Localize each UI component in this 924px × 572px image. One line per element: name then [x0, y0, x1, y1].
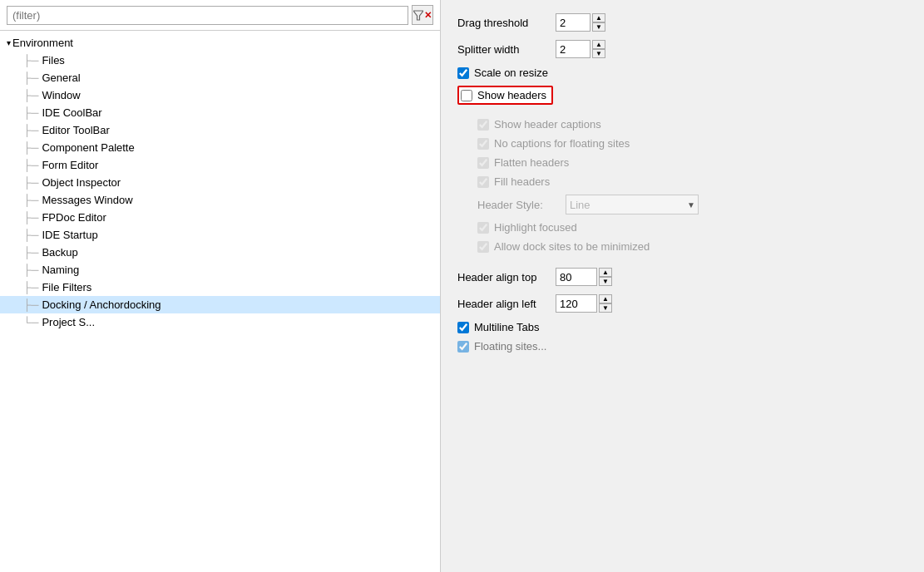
show-headers-label[interactable]: Show headers — [477, 89, 546, 101]
splitter-width-input[interactable]: 2 — [556, 40, 590, 58]
tree-item-files[interactable]: ├─ Files — [0, 52, 440, 69]
highlight-focused-row: Highlight focused — [477, 221, 907, 234]
highlight-focused-checkbox — [477, 222, 489, 234]
splitter-width-spinner-buttons: ▲ ▼ — [592, 40, 605, 58]
tree-item-file-filters[interactable]: ├─ File Filters — [0, 279, 440, 296]
header-align-left-spinner: 120 ▲ ▼ — [556, 294, 612, 313]
svg-marker-0 — [413, 11, 423, 20]
splitter-width-up[interactable]: ▲ — [592, 40, 605, 49]
multiline-tabs-row: Multiline Tabs — [457, 321, 907, 333]
scale-on-resize-row: Scale on resize — [457, 67, 907, 79]
tree-item-naming[interactable]: ├─ Naming — [0, 261, 440, 279]
tree-label-fpdoc-editor: FPDoc Editor — [42, 211, 106, 224]
floating-sites-row: Floating sites... — [457, 340, 907, 353]
show-headers-highlight-wrapper: Show headers — [457, 86, 907, 111]
tree-connector: ├─ — [23, 264, 38, 276]
tree-connector: ├─ — [23, 89, 38, 101]
tree-connector: ├─ — [23, 194, 38, 206]
tree-connector: ├─ — [23, 54, 38, 67]
clear-x-icon: ✕ — [424, 10, 432, 21]
drag-threshold-up[interactable]: ▲ — [592, 13, 605, 22]
right-panel: Drag threshold 2 ▲ ▼ Splitter width 2 ▲ … — [441, 0, 924, 572]
header-align-top-up[interactable]: ▲ — [599, 268, 612, 277]
header-align-left-down[interactable]: ▼ — [599, 303, 612, 313]
tree-item-ide-coolbar[interactable]: ├─ IDE CoolBar — [0, 104, 440, 121]
tree-item-ide-startup[interactable]: ├─ IDE Startup — [0, 226, 440, 244]
header-align-top-spinner: 80 ▲ ▼ — [556, 268, 612, 286]
tree-item-window[interactable]: ├─ Window — [0, 86, 440, 104]
tree-label-ide-startup: IDE Startup — [42, 229, 97, 241]
tree-label-form-editor: Form Editor — [42, 159, 98, 171]
tree-label-component-palette: Component Palette — [42, 141, 134, 154]
no-captions-floating-label: No captions for floating sites — [494, 137, 630, 150]
header-align-top-label: Header align top — [457, 271, 549, 284]
tree-item-docking[interactable]: ├─ Docking / Anchordocking — [0, 296, 440, 313]
filter-input[interactable] — [7, 6, 408, 25]
floating-sites-checkbox[interactable] — [457, 341, 469, 353]
tree-item-messages-window[interactable]: ├─ Messages Window — [0, 191, 440, 209]
header-style-row: Header Style: Line Flat 3D ▼ — [457, 195, 907, 214]
show-header-captions-label: Show header captions — [494, 118, 601, 131]
tree-connector: ├─ — [23, 211, 38, 224]
header-align-top-row: Header align top 80 ▲ ▼ — [457, 268, 907, 286]
flatten-headers-row: Flatten headers — [477, 156, 907, 169]
header-align-top-down[interactable]: ▼ — [599, 277, 612, 286]
header-align-top-input[interactable]: 80 — [556, 268, 597, 286]
fill-headers-row: Fill headers — [477, 175, 907, 188]
no-captions-floating-row: No captions for floating sites — [477, 137, 907, 150]
tree-connector: ├─ — [23, 159, 38, 171]
scale-on-resize-checkbox[interactable] — [457, 67, 469, 79]
tree-connector: ├─ — [23, 72, 38, 84]
tree-label-general: General — [42, 72, 80, 84]
tree-area[interactable]: ▾ Environment ├─ Files ├─ General ├─ Win… — [0, 31, 440, 572]
multiline-tabs-label[interactable]: Multiline Tabs — [474, 321, 540, 333]
tree-item-project-s[interactable]: └─ Project S... — [0, 313, 440, 331]
tree-item-general[interactable]: ├─ General — [0, 69, 440, 86]
funnel-svg — [413, 10, 423, 21]
header-align-left-up[interactable]: ▲ — [599, 294, 612, 303]
tree-connector: ├─ — [23, 124, 38, 136]
header-align-left-input[interactable]: 120 — [556, 294, 597, 313]
tree-connector: ├─ — [23, 281, 38, 293]
drag-threshold-spinner: 2 ▲ ▼ — [556, 13, 605, 32]
splitter-width-label: Splitter width — [457, 43, 549, 56]
tree-label-editor-toolbar: Editor ToolBar — [42, 124, 109, 136]
floating-sites-label[interactable]: Floating sites... — [474, 340, 546, 353]
splitter-width-down[interactable]: ▼ — [592, 49, 605, 58]
tree-item-backup[interactable]: ├─ Backup — [0, 244, 440, 261]
drag-threshold-input[interactable]: 2 — [556, 13, 590, 32]
tree-connector: ├─ — [23, 176, 38, 189]
tree-label-window: Window — [42, 89, 80, 101]
flatten-headers-checkbox — [477, 157, 489, 169]
tree-item-form-editor[interactable]: ├─ Form Editor — [0, 156, 440, 174]
allow-dock-sites-row: Allow dock sites to be minimized — [477, 240, 907, 253]
tree-item-fpdoc-editor[interactable]: ├─ FPDoc Editor — [0, 209, 440, 226]
filter-clear-button[interactable]: ✕ — [412, 5, 433, 25]
show-headers-checkbox[interactable] — [461, 90, 472, 101]
fill-headers-label: Fill headers — [494, 175, 550, 188]
flatten-headers-label: Flatten headers — [494, 156, 569, 169]
splitter-width-row: Splitter width 2 ▲ ▼ — [457, 40, 907, 58]
tree-item-environment[interactable]: ▾ Environment — [0, 34, 440, 52]
multiline-tabs-checkbox[interactable] — [457, 322, 469, 333]
tree-connector: ├─ — [23, 106, 38, 119]
tree-item-editor-toolbar[interactable]: ├─ Editor ToolBar — [0, 121, 440, 139]
filter-icon: ✕ — [413, 10, 432, 21]
tree-item-object-inspector[interactable]: ├─ Object Inspector — [0, 174, 440, 191]
scale-on-resize-label[interactable]: Scale on resize — [474, 67, 548, 79]
tree-item-component-palette[interactable]: ├─ Component Palette — [0, 139, 440, 156]
header-align-left-label: Header align left — [457, 298, 549, 310]
tree-connector: ├─ — [23, 298, 38, 311]
splitter-width-spinner: 2 ▲ ▼ — [556, 40, 605, 58]
drag-threshold-down[interactable]: ▼ — [592, 22, 605, 32]
fill-headers-checkbox — [477, 176, 489, 188]
tree-label-files: Files — [42, 54, 64, 67]
main-container: ✕ ▾ Environment ├─ Files ├─ General ├─ W — [0, 0, 924, 572]
allow-dock-sites-label: Allow dock sites to be minimized — [494, 240, 650, 253]
tree-label-backup: Backup — [42, 246, 77, 259]
expand-arrow: ▾ — [7, 38, 11, 47]
drag-threshold-spinner-buttons: ▲ ▼ — [592, 13, 605, 32]
tree-label-messages-window: Messages Window — [42, 194, 132, 206]
left-panel: ✕ ▾ Environment ├─ Files ├─ General ├─ W — [0, 0, 441, 572]
header-align-left-row: Header align left 120 ▲ ▼ — [457, 294, 907, 313]
